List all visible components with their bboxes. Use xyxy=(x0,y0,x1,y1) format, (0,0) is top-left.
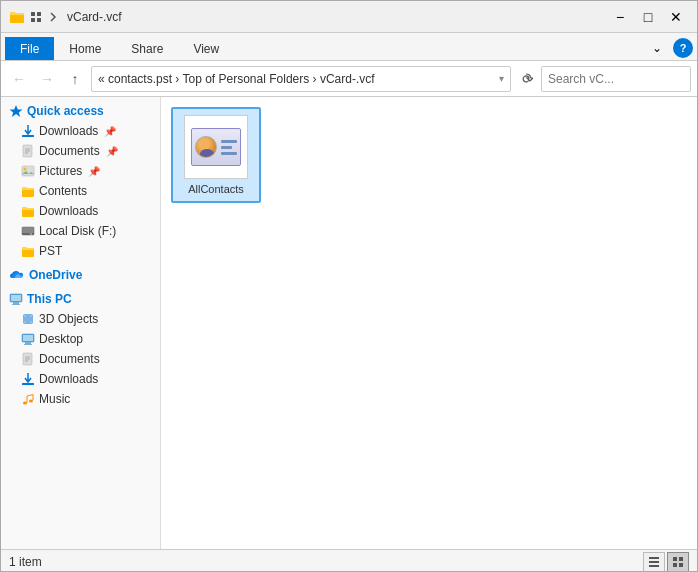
address-dropdown-icon[interactable]: ▾ xyxy=(499,73,504,84)
sidebar-item-downloads-label: Downloads xyxy=(39,204,98,218)
svg-rect-6 xyxy=(22,135,34,137)
view-details-button[interactable] xyxy=(643,552,665,572)
svg-rect-1 xyxy=(31,12,35,16)
svg-rect-36 xyxy=(649,561,659,563)
onedrive-section: OneDrive xyxy=(1,265,160,285)
svg-point-33 xyxy=(23,402,27,405)
ribbon-chevron-area: ⌄ ? xyxy=(645,36,693,60)
sidebar-item-3d-objects[interactable]: 3D Objects xyxy=(1,309,160,329)
sidebar-item-documents-pc-label: Documents xyxy=(39,352,100,366)
forward-button[interactable]: → xyxy=(35,67,59,91)
downloads-pc-icon xyxy=(21,372,35,386)
svg-rect-4 xyxy=(37,18,41,22)
maximize-button[interactable]: □ xyxy=(635,6,661,28)
search-box[interactable]: 🔍 xyxy=(541,66,691,92)
view-tiles-button[interactable] xyxy=(667,552,689,572)
pin-title-icon xyxy=(29,10,43,24)
refresh-button[interactable] xyxy=(515,68,537,90)
sidebar-item-desktop[interactable]: Desktop xyxy=(1,329,160,349)
documents-icon xyxy=(21,144,35,158)
address-path[interactable]: « contacts.pst › Top of Personal Folders… xyxy=(91,66,511,92)
vcf-lines xyxy=(221,140,237,155)
vcf-line-2 xyxy=(221,146,232,149)
vcf-line-1 xyxy=(221,140,237,143)
file-item-allcontacts[interactable]: AllContacts xyxy=(171,107,261,203)
tab-home[interactable]: Home xyxy=(54,37,116,60)
title-bar-icons xyxy=(9,9,59,25)
this-pc-icon xyxy=(9,292,23,306)
quick-access-label: Quick access xyxy=(27,104,104,118)
quick-access-icon xyxy=(9,104,23,118)
drive-icon xyxy=(21,224,35,238)
vcf-card-icon xyxy=(191,128,241,166)
svg-rect-25 xyxy=(25,342,31,344)
sidebar-item-downloads-pinned[interactable]: Downloads 📌 xyxy=(1,121,160,141)
svg-marker-5 xyxy=(10,105,23,117)
onedrive-header[interactable]: OneDrive xyxy=(1,265,160,285)
minimize-button[interactable]: − xyxy=(607,6,633,28)
vcf-avatar xyxy=(195,136,217,158)
tab-file[interactable]: File xyxy=(5,37,54,60)
sidebar-item-downloads[interactable]: Downloads xyxy=(1,201,160,221)
sidebar-item-music-label: Music xyxy=(39,392,70,406)
downloads-icon xyxy=(21,124,35,138)
pin-icon-3: 📌 xyxy=(88,166,100,177)
this-pc-label: This PC xyxy=(27,292,72,306)
arrow-title-icon xyxy=(47,11,59,23)
pin-icon-2: 📌 xyxy=(106,146,118,157)
sidebar: Quick access Downloads 📌 Docume xyxy=(1,97,161,549)
view-buttons xyxy=(643,552,689,572)
status-text: 1 item xyxy=(9,555,643,569)
folder-title-icon xyxy=(9,9,25,25)
sidebar-item-pictures-pinned-label: Pictures xyxy=(39,164,82,178)
title-controls[interactable]: − □ ✕ xyxy=(607,6,689,28)
status-bar: 1 item xyxy=(1,549,697,572)
svg-rect-37 xyxy=(649,565,659,567)
sidebar-item-music[interactable]: Music xyxy=(1,389,160,409)
quick-access-section: Quick access Downloads 📌 Docume xyxy=(1,101,160,261)
sidebar-item-downloads-pc[interactable]: Downloads xyxy=(1,369,160,389)
sidebar-item-contents[interactable]: Contents xyxy=(1,181,160,201)
sidebar-item-localdisk[interactable]: Local Disk (F:) xyxy=(1,221,160,241)
svg-rect-11 xyxy=(22,166,34,176)
svg-point-17 xyxy=(30,233,32,235)
vcf-line-3 xyxy=(221,152,237,155)
up-button[interactable]: ↑ xyxy=(63,67,87,91)
content-area: AllContacts xyxy=(161,97,697,549)
sidebar-item-documents-pc[interactable]: Documents xyxy=(1,349,160,369)
svg-rect-39 xyxy=(679,557,683,561)
quick-access-header[interactable]: Quick access xyxy=(1,101,160,121)
tab-share[interactable]: Share xyxy=(116,37,178,60)
pin-icon: 📌 xyxy=(104,126,116,137)
close-button[interactable]: ✕ xyxy=(663,6,689,28)
svg-rect-16 xyxy=(22,233,34,235)
ribbon-tabs: File Home Share View ⌄ ? xyxy=(1,33,697,61)
refresh-icon xyxy=(519,72,533,86)
folder-pst-icon xyxy=(21,244,35,258)
svg-rect-26 xyxy=(24,344,32,345)
svg-rect-2 xyxy=(37,12,41,16)
this-pc-section: This PC 3D Objects Desktop xyxy=(1,289,160,409)
file-label: AllContacts xyxy=(188,183,244,195)
sidebar-item-downloads-pc-label: Downloads xyxy=(39,372,98,386)
title-text: vCard-.vcf xyxy=(59,10,607,24)
sidebar-item-pst[interactable]: PST xyxy=(1,241,160,261)
sidebar-item-3d-objects-label: 3D Objects xyxy=(39,312,98,326)
search-input[interactable] xyxy=(548,72,698,86)
sidebar-item-downloads-pinned-label: Downloads xyxy=(39,124,98,138)
back-button[interactable]: ← xyxy=(7,67,31,91)
svg-rect-35 xyxy=(649,557,659,559)
pictures-icon xyxy=(21,164,35,178)
svg-rect-38 xyxy=(673,557,677,561)
address-bar: ← → ↑ « contacts.pst › Top of Personal F… xyxy=(1,61,697,97)
tab-view[interactable]: View xyxy=(178,37,234,60)
folder-downloads-icon xyxy=(21,204,35,218)
sidebar-item-pictures-pinned[interactable]: Pictures 📌 xyxy=(1,161,160,181)
svg-rect-22 xyxy=(11,295,21,301)
svg-rect-27 xyxy=(23,335,33,341)
ribbon-collapse-button[interactable]: ⌄ xyxy=(645,36,669,60)
music-icon xyxy=(21,392,35,406)
sidebar-item-documents-pinned[interactable]: Documents 📌 xyxy=(1,141,160,161)
this-pc-header[interactable]: This PC xyxy=(1,289,160,309)
help-button[interactable]: ? xyxy=(673,38,693,58)
